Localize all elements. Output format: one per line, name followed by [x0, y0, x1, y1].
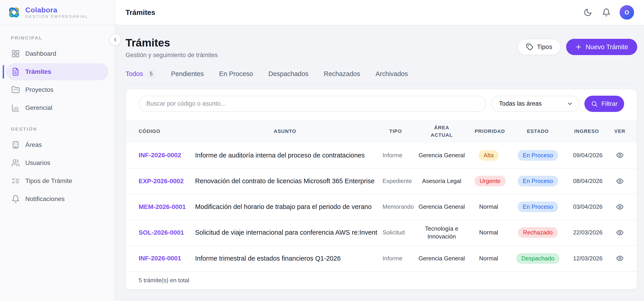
bell-icon [602, 8, 610, 17]
tramite-code-link[interactable]: SOL-2026-0001 [139, 229, 184, 236]
tramite-asunto: Modificación del horario de trabajo para… [190, 194, 380, 220]
tramites-table: Código Asunto Tipo Área Actual Prioridad… [126, 120, 637, 271]
active-indicator [3, 65, 4, 78]
tab-count-badge: 5 [146, 69, 156, 78]
tramite-area: Gerencia General [412, 246, 472, 271]
sidebar-item-gerencial[interactable]: Gerencial [6, 99, 108, 116]
tramite-tipo: Solicitud [380, 220, 412, 246]
sidebar-item-usuarios[interactable]: Usuarios [6, 154, 108, 172]
nuevo-tramite-button-label: Nuevo Trámite [586, 43, 628, 51]
notifications-button[interactable] [601, 7, 612, 17]
brand-logo-icon [7, 6, 21, 19]
tab-label: Archivados [376, 70, 408, 78]
view-button[interactable] [615, 202, 624, 212]
users-icon [11, 159, 20, 167]
sidebar-section-label: PRINCIPAL [0, 35, 115, 41]
sidebar-collapse-button[interactable] [109, 34, 121, 45]
column-header-ver: Ver [603, 120, 637, 143]
eye-icon [616, 151, 624, 159]
area-select-value: Todas las áreas [499, 100, 542, 107]
tag-icon [526, 43, 533, 50]
folder-icon [11, 85, 20, 94]
table-row[interactable]: SOL-2026-0001 Solicitud de viaje interna… [126, 220, 637, 246]
dark-mode-toggle[interactable] [582, 7, 593, 17]
area-select[interactable]: Todas las áreas [491, 96, 579, 112]
table-row[interactable]: MEM-2026-0001 Modificación del horario d… [126, 194, 637, 220]
chevron-down-icon [567, 101, 573, 107]
chevron-left-icon [112, 37, 118, 43]
user-avatar[interactable]: O [620, 5, 634, 20]
tab-archivados[interactable]: Archivados [376, 69, 408, 78]
tab-pendientes[interactable]: Pendientes [171, 69, 204, 78]
status-badge: Rechazado [518, 227, 558, 238]
priority-badge: Normal [479, 229, 498, 236]
tramite-area: Asesoría Legal [412, 168, 472, 194]
tramite-asunto: Solicitud de viaje internacional para co… [190, 220, 380, 246]
sidebar-nav: PRINCIPALDashboardTrámitesProyectosGeren… [0, 35, 115, 208]
tab-label: En Proceso [219, 70, 253, 78]
tab-todos[interactable]: Todos5 [126, 69, 156, 78]
table-row[interactable]: EXP-2026-0002 Renovación del contrato de… [126, 168, 637, 194]
tramites-card: Todas las áreas Filtrar [126, 89, 637, 290]
tramite-code-link[interactable]: MEM-2026-0001 [139, 203, 186, 210]
tramite-ingreso: 03/04/2026 [570, 194, 603, 220]
table-footer: 5 trámite(s) en total [126, 271, 637, 289]
tab-en-proceso[interactable]: En Proceso [219, 69, 253, 78]
sidebar-item-areas[interactable]: Áreas [6, 136, 108, 153]
priority-badge: Alta [479, 150, 499, 161]
table-row[interactable]: INF-2026-0002 Informe de auditoría inter… [126, 143, 637, 168]
sidebar-item-label: Tipos de Trámite [25, 177, 72, 185]
sidebar-item-label: Gerencial [25, 104, 52, 111]
table-header-row: Código Asunto Tipo Área Actual Prioridad… [126, 120, 637, 143]
plus-icon [575, 43, 582, 50]
nuevo-tramite-button[interactable]: Nuevo Trámite [566, 39, 637, 55]
view-button[interactable] [615, 176, 624, 186]
column-header-ingreso: Ingreso [570, 120, 603, 143]
column-header-prioridad: Prioridad [472, 120, 505, 143]
eye-icon [616, 203, 624, 211]
tab-label: Rechazados [324, 70, 360, 78]
tramite-tipo: Informe [380, 246, 412, 271]
tramite-code-link[interactable]: INF-2026-0002 [139, 152, 181, 159]
tab-rechazados[interactable]: Rechazados [324, 69, 360, 78]
tramite-asunto: Informe de auditoría interna del proceso… [190, 143, 380, 168]
tab-label: Pendientes [171, 70, 204, 78]
tramite-code-link[interactable]: EXP-2026-0002 [139, 178, 184, 185]
priority-badge: Normal [479, 203, 498, 210]
sidebar-item-tramites[interactable]: Trámites [6, 63, 108, 80]
view-button[interactable] [615, 228, 624, 237]
view-button[interactable] [615, 150, 624, 160]
table-row[interactable]: INF-2026-0001 Informe trimestral de esta… [126, 246, 637, 271]
view-button[interactable] [615, 254, 624, 263]
eye-icon [616, 229, 624, 237]
sidebar-item-proyectos[interactable]: Proyectos [6, 81, 108, 98]
tramite-area: Tecnología e Innovación [412, 220, 472, 246]
tipos-button[interactable]: Tipos [518, 39, 561, 55]
tramite-ingreso: 22/03/2026 [570, 220, 603, 246]
sidebar-item-dashboard[interactable]: Dashboard [6, 45, 108, 62]
page-title: Trámites [126, 37, 218, 49]
sidebar-item-label: Áreas [25, 141, 42, 148]
total-count-label: 5 trámite(s) en total [139, 277, 189, 284]
search-input[interactable] [139, 96, 486, 112]
tramite-ingreso: 09/04/2026 [570, 143, 603, 168]
brand[interactable]: Colabora GESTIÓN EMPRESARIAL [0, 0, 115, 25]
tramite-code-link[interactable]: INF-2026-0001 [139, 255, 181, 262]
status-badge: Despachado [516, 253, 559, 264]
tramite-asunto: Renovación del contrato de licencias Mic… [190, 168, 380, 194]
main-content: Trámites Gestión y seguimiento de trámit… [115, 25, 644, 301]
sidebar-item-label: Dashboard [25, 50, 56, 57]
sidebar-item-label: Usuarios [25, 159, 50, 167]
sidebar: Colabora GESTIÓN EMPRESARIAL PRINCIPALDa… [0, 0, 115, 301]
file-text-icon [11, 67, 20, 76]
sidebar-item-label: Trámites [25, 68, 51, 75]
column-header-codigo: Código [126, 120, 190, 143]
sidebar-item-tipos-de-tramite[interactable]: Tipos de Trámite [6, 172, 108, 190]
tab-label: Todos [126, 70, 143, 78]
sidebar-item-notificaciones[interactable]: Notificaciones [6, 190, 108, 208]
tramite-tipo: Informe [380, 143, 412, 168]
tramite-area: Gerencia General [412, 194, 472, 220]
topbar-title: Trámites [126, 8, 155, 17]
tab-despachados[interactable]: Despachados [268, 69, 308, 78]
filtrar-button[interactable]: Filtrar [584, 96, 624, 112]
